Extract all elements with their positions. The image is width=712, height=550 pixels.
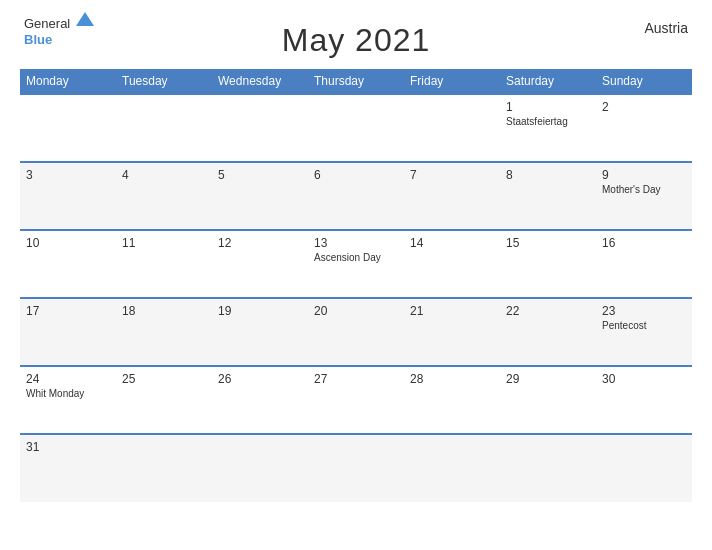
calendar-header-row: Monday Tuesday Wednesday Thursday Friday… xyxy=(20,69,692,94)
day-number: 30 xyxy=(602,372,686,386)
header-saturday: Saturday xyxy=(500,69,596,94)
calendar-cell: 16 xyxy=(596,230,692,298)
day-number: 6 xyxy=(314,168,398,182)
calendar-week-row: 1Staatsfeiertag2 xyxy=(20,94,692,162)
day-number: 24 xyxy=(26,372,110,386)
calendar-cell xyxy=(308,434,404,502)
day-number: 21 xyxy=(410,304,494,318)
calendar-cell: 9Mother's Day xyxy=(596,162,692,230)
day-number: 5 xyxy=(218,168,302,182)
day-number: 14 xyxy=(410,236,494,250)
calendar-cell xyxy=(212,94,308,162)
day-number: 3 xyxy=(26,168,110,182)
calendar-cell xyxy=(404,94,500,162)
calendar-cell xyxy=(596,434,692,502)
day-number: 7 xyxy=(410,168,494,182)
header-wednesday: Wednesday xyxy=(212,69,308,94)
calendar-cell: 29 xyxy=(500,366,596,434)
logo-general: General xyxy=(24,16,70,31)
calendar-cell xyxy=(20,94,116,162)
logo: General Blue xyxy=(24,14,94,47)
calendar-cell xyxy=(116,94,212,162)
day-number: 11 xyxy=(122,236,206,250)
day-number: 8 xyxy=(506,168,590,182)
day-number: 28 xyxy=(410,372,494,386)
day-number: 31 xyxy=(26,440,110,454)
calendar-cell: 4 xyxy=(116,162,212,230)
calendar-cell: 10 xyxy=(20,230,116,298)
holiday-name: Pentecost xyxy=(602,320,686,331)
holiday-name: Whit Monday xyxy=(26,388,110,399)
holiday-name: Staatsfeiertag xyxy=(506,116,590,127)
day-number: 20 xyxy=(314,304,398,318)
day-number: 12 xyxy=(218,236,302,250)
calendar-cell: 23Pentecost xyxy=(596,298,692,366)
calendar-cell: 30 xyxy=(596,366,692,434)
calendar-cell: 13Ascension Day xyxy=(308,230,404,298)
calendar-cell: 18 xyxy=(116,298,212,366)
day-number: 17 xyxy=(26,304,110,318)
day-number: 22 xyxy=(506,304,590,318)
day-number: 13 xyxy=(314,236,398,250)
calendar-cell: 1Staatsfeiertag xyxy=(500,94,596,162)
calendar-title: May 2021 xyxy=(282,22,431,59)
calendar-cell xyxy=(116,434,212,502)
day-number: 2 xyxy=(602,100,686,114)
calendar-week-row: 10111213Ascension Day141516 xyxy=(20,230,692,298)
calendar-cell xyxy=(404,434,500,502)
calendar-week-row: 31 xyxy=(20,434,692,502)
calendar-week-row: 3456789Mother's Day xyxy=(20,162,692,230)
calendar-cell: 28 xyxy=(404,366,500,434)
logo-blue: Blue xyxy=(24,32,52,47)
header-friday: Friday xyxy=(404,69,500,94)
calendar-week-row: 17181920212223Pentecost xyxy=(20,298,692,366)
calendar-cell: 25 xyxy=(116,366,212,434)
day-number: 1 xyxy=(506,100,590,114)
calendar-cell: 24Whit Monday xyxy=(20,366,116,434)
day-number: 18 xyxy=(122,304,206,318)
day-number: 29 xyxy=(506,372,590,386)
calendar-cell: 27 xyxy=(308,366,404,434)
day-number: 23 xyxy=(602,304,686,318)
country-label: Austria xyxy=(644,20,688,36)
calendar-cell: 17 xyxy=(20,298,116,366)
calendar-cell: 2 xyxy=(596,94,692,162)
day-number: 19 xyxy=(218,304,302,318)
calendar-cell: 26 xyxy=(212,366,308,434)
calendar-cell: 22 xyxy=(500,298,596,366)
header-thursday: Thursday xyxy=(308,69,404,94)
calendar-cell: 21 xyxy=(404,298,500,366)
day-number: 9 xyxy=(602,168,686,182)
holiday-name: Mother's Day xyxy=(602,184,686,195)
calendar-cell: 8 xyxy=(500,162,596,230)
header-sunday: Sunday xyxy=(596,69,692,94)
day-number: 15 xyxy=(506,236,590,250)
calendar-cell: 12 xyxy=(212,230,308,298)
calendar-cell: 19 xyxy=(212,298,308,366)
header-tuesday: Tuesday xyxy=(116,69,212,94)
calendar-cell xyxy=(212,434,308,502)
calendar-cell: 6 xyxy=(308,162,404,230)
day-number: 16 xyxy=(602,236,686,250)
calendar-cell: 31 xyxy=(20,434,116,502)
calendar-cell: 3 xyxy=(20,162,116,230)
calendar-cell: 15 xyxy=(500,230,596,298)
day-number: 4 xyxy=(122,168,206,182)
logo-flag-icon xyxy=(76,12,94,26)
header-monday: Monday xyxy=(20,69,116,94)
calendar-cell xyxy=(308,94,404,162)
calendar-cell: 5 xyxy=(212,162,308,230)
holiday-name: Ascension Day xyxy=(314,252,398,263)
calendar-cell: 11 xyxy=(116,230,212,298)
calendar-cell: 20 xyxy=(308,298,404,366)
day-number: 10 xyxy=(26,236,110,250)
calendar-week-row: 24Whit Monday252627282930 xyxy=(20,366,692,434)
calendar-cell: 14 xyxy=(404,230,500,298)
day-number: 25 xyxy=(122,372,206,386)
day-number: 27 xyxy=(314,372,398,386)
svg-marker-0 xyxy=(76,12,94,26)
calendar-cell xyxy=(500,434,596,502)
day-number: 26 xyxy=(218,372,302,386)
calendar-table: Monday Tuesday Wednesday Thursday Friday… xyxy=(20,69,692,502)
calendar-cell: 7 xyxy=(404,162,500,230)
